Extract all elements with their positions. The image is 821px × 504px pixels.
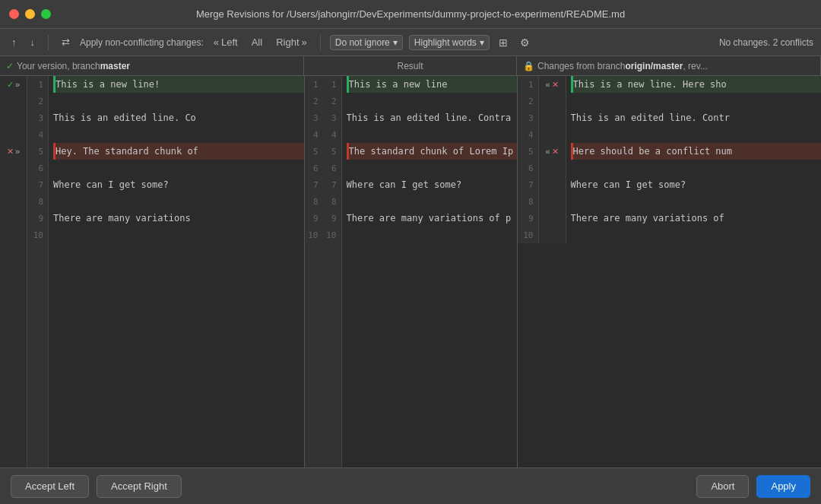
right-gutter-row-10 bbox=[539, 227, 566, 243]
minimize-button[interactable] bbox=[25, 9, 35, 19]
result-ln3-l: 3 bbox=[305, 109, 323, 126]
right-gutter: « ✕ « ✕ bbox=[539, 76, 566, 243]
result-ln1-l: 1 bbox=[305, 76, 323, 93]
highlight-dropdown[interactable]: Highlight words ▾ bbox=[409, 35, 490, 50]
right-gutter-row-2 bbox=[539, 93, 566, 109]
left-code-line-2 bbox=[53, 93, 304, 109]
result-ln2-r: 2 bbox=[323, 93, 341, 109]
left-code-lines: This is a new line! This is an edited li… bbox=[49, 76, 304, 468]
x-icon: ✕ bbox=[7, 147, 14, 157]
right-gutter-row-5[interactable]: « ✕ bbox=[539, 143, 566, 160]
left-line-numbers: 1 2 3 4 5 6 7 8 9 10 bbox=[27, 76, 49, 468]
navigate-down-button[interactable]: ↓ bbox=[27, 35, 40, 49]
left-ln-2: 2 bbox=[27, 93, 48, 109]
result-ln3-r: 3 bbox=[323, 109, 341, 126]
abort-button[interactable]: Abort bbox=[696, 475, 749, 498]
result-code-line-7: Where can I get some? bbox=[347, 176, 517, 193]
left-gutter-row-2 bbox=[0, 93, 27, 109]
right-ln-7: 7 bbox=[518, 176, 538, 193]
right-code-line-2 bbox=[571, 93, 822, 109]
ignore-dropdown[interactable]: Do not ignore ▾ bbox=[330, 35, 403, 50]
left-ln-5: 5 bbox=[27, 143, 48, 160]
ignore-dropdown-label: Do not ignore bbox=[335, 37, 390, 48]
right-ln-9: 9 bbox=[518, 210, 538, 227]
right-ln-2: 2 bbox=[518, 93, 538, 109]
right-gutter-row-1[interactable]: « ✕ bbox=[539, 76, 566, 93]
conflict-status: No changes. 2 conflicts bbox=[719, 37, 813, 48]
left-ln-9: 9 bbox=[27, 210, 48, 227]
result-ln8-r: 8 bbox=[323, 193, 341, 210]
left-ln-3: 3 bbox=[27, 109, 48, 126]
result-ln4-l: 4 bbox=[305, 126, 323, 143]
left-gutter-row-5[interactable]: ✕ » bbox=[0, 143, 27, 160]
apply-non-conflicting-label: Apply non-conflicting changes: bbox=[80, 37, 204, 48]
result-panel: 1 2 3 4 5 6 7 8 9 10 1 2 3 4 5 6 bbox=[305, 76, 518, 468]
apply-right-button[interactable]: Right » bbox=[272, 35, 311, 49]
left-column-header: ✓ Your version, branch master bbox=[0, 56, 304, 75]
diff-container: ✓ » ✕ » 1 2 3 4 bbox=[0, 76, 821, 468]
left-ln-1: 1 bbox=[27, 76, 48, 93]
close-button[interactable] bbox=[9, 9, 19, 19]
right-gutter-row-9 bbox=[539, 210, 566, 227]
result-ln10-r: 10 bbox=[323, 227, 341, 243]
right-header-suffix: , rev... bbox=[683, 61, 707, 71]
right-code-lines: This is a new line. Here sho This is an … bbox=[566, 76, 822, 243]
left-gutter-row-10 bbox=[0, 227, 27, 243]
left-panel: ✓ » ✕ » 1 2 3 4 bbox=[0, 76, 305, 468]
result-ln8-l: 8 bbox=[305, 193, 323, 210]
highlight-dropdown-chevron-icon: ▾ bbox=[480, 37, 484, 48]
left-gutter-row-1[interactable]: ✓ » bbox=[0, 76, 27, 93]
left-header-check-icon: ✓ bbox=[6, 61, 14, 71]
check-icon: ✓ bbox=[7, 80, 14, 90]
result-code-line-8 bbox=[347, 193, 517, 210]
result-code-line-10 bbox=[347, 227, 517, 243]
result-ln1-r: 1 bbox=[323, 76, 341, 93]
columns-view-button[interactable]: ⊞ bbox=[496, 35, 511, 50]
x-icon-right-1: ✕ bbox=[552, 80, 559, 90]
middle-header-label: Result bbox=[397, 61, 423, 71]
result-code-line-4 bbox=[347, 126, 517, 143]
left-ln-10: 10 bbox=[27, 227, 48, 243]
fullscreen-button[interactable] bbox=[41, 9, 51, 19]
result-ln9-l: 9 bbox=[305, 210, 323, 227]
right-gutter-row-4 bbox=[539, 126, 566, 143]
lock-icon: 🔒 bbox=[523, 61, 534, 71]
left-ln-6: 6 bbox=[27, 160, 48, 176]
right-code-line-8 bbox=[571, 193, 822, 210]
settings-button[interactable]: ⚙ bbox=[517, 35, 533, 50]
left-header-branch: master bbox=[100, 61, 130, 71]
ignore-dropdown-chevron-icon: ▾ bbox=[393, 37, 398, 48]
right-panel: 1 2 3 4 5 6 7 8 9 10 « ✕ bbox=[518, 76, 822, 468]
right-code-line-6 bbox=[571, 160, 822, 176]
apply-all-button[interactable]: All bbox=[248, 35, 266, 49]
right-ln-6: 6 bbox=[518, 160, 538, 176]
left-code-line-10 bbox=[53, 227, 304, 243]
right-header-branch: origin/master bbox=[625, 61, 683, 71]
chevron-right-icon: » bbox=[15, 80, 20, 89]
x-icon-right-5: ✕ bbox=[552, 147, 559, 157]
right-ln-8: 8 bbox=[518, 193, 538, 210]
chevron-right-icon-2: » bbox=[15, 147, 20, 156]
chevron-left-icon-2: « bbox=[545, 147, 550, 156]
left-code-line-3: This is an edited line. Co bbox=[53, 109, 304, 126]
left-ln-7: 7 bbox=[27, 176, 48, 193]
result-code-line-1: This is a new line bbox=[347, 76, 517, 93]
apply-left-button[interactable]: « Left bbox=[210, 35, 242, 49]
left-code-line-7: Where can I get some? bbox=[53, 176, 304, 193]
title-bar: Merge Revisions for /Users/jahongirr/Dev… bbox=[0, 0, 821, 29]
result-code-line-9: There are many variations of p bbox=[347, 210, 517, 227]
accept-left-button[interactable]: Accept Left bbox=[11, 475, 89, 498]
right-gutter-row-3 bbox=[539, 109, 566, 126]
result-ln-col-1: 1 2 3 4 5 6 7 8 9 10 bbox=[305, 76, 323, 468]
result-ln4-r: 4 bbox=[323, 126, 341, 143]
navigate-up-button[interactable]: ↑ bbox=[8, 35, 21, 49]
apply-non-conflicting-icon[interactable]: ⇄ bbox=[58, 35, 74, 49]
left-code-line-1: This is a new line! bbox=[53, 76, 304, 93]
result-ln7-r: 7 bbox=[323, 176, 341, 193]
apply-button[interactable]: Apply bbox=[756, 475, 810, 498]
accept-right-button[interactable]: Accept Right bbox=[97, 475, 182, 498]
left-gutter-row-4 bbox=[0, 126, 27, 143]
result-code-line-6 bbox=[347, 160, 517, 176]
right-line-numbers: 1 2 3 4 5 6 7 8 9 10 bbox=[518, 76, 539, 243]
chevron-left-icon: « bbox=[545, 80, 550, 89]
